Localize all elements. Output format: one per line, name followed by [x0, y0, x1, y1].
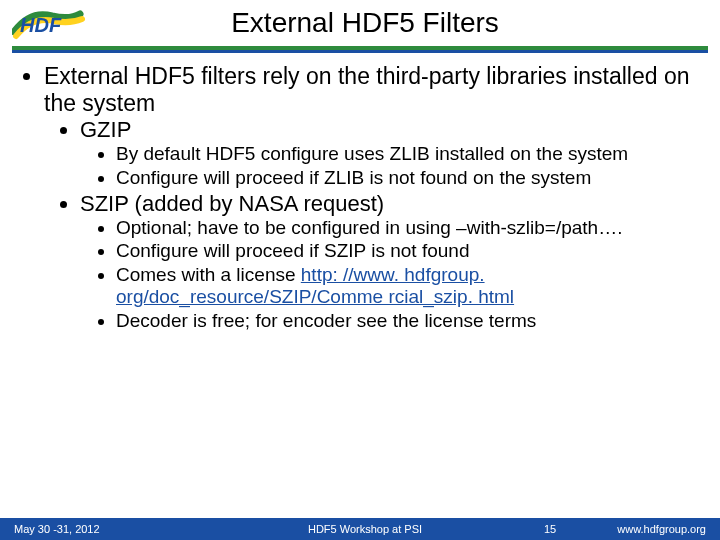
separator — [12, 46, 708, 53]
hdf-logo: HDF — [12, 6, 86, 40]
list-item: GZIP By default HDF5 configure uses ZLIB… — [80, 117, 700, 189]
list-item: Comes with a license http: //www. hdfgro… — [116, 264, 700, 309]
slide-title: External HDF5 Filters — [96, 7, 708, 39]
bullet-text: Comes with a license — [116, 264, 301, 285]
footer-date: May 30 -31, 2012 — [0, 523, 200, 535]
list-item: External HDF5 filters rely on the third-… — [44, 63, 700, 332]
list-item: By default HDF5 configure uses ZLIB inst… — [116, 143, 700, 165]
bullet-text: By default HDF5 configure uses ZLIB inst… — [116, 143, 628, 164]
bullet-text: Decoder is free; for encoder see the lic… — [116, 310, 536, 331]
list-item: Decoder is free; for encoder see the lic… — [116, 310, 700, 332]
bullet-text: Configure will proceed if SZIP is not fo… — [116, 240, 469, 261]
footer: May 30 -31, 2012 HDF5 Workshop at PSI 15… — [0, 518, 720, 540]
list-item: Configure will proceed if ZLIB is not fo… — [116, 167, 700, 189]
slide: HDF External HDF5 Filters External HDF5 … — [0, 0, 720, 540]
bullet-text: External HDF5 filters rely on the third-… — [44, 63, 690, 116]
footer-title: HDF5 Workshop at PSI — [200, 523, 530, 535]
list-item: Configure will proceed if SZIP is not fo… — [116, 240, 700, 262]
list-item: SZIP (added by NASA request) Optional; h… — [80, 191, 700, 332]
bullet-text: GZIP — [80, 117, 131, 142]
footer-page: 15 — [530, 523, 570, 535]
bullet-text: Configure will proceed if ZLIB is not fo… — [116, 167, 591, 188]
header: HDF External HDF5 Filters — [0, 0, 720, 40]
bullet-text: Optional; have to be configured in using… — [116, 217, 622, 238]
list-item: Optional; have to be configured in using… — [116, 217, 700, 239]
content-body: External HDF5 filters rely on the third-… — [0, 53, 720, 332]
footer-url: www.hdfgroup.org — [570, 523, 720, 535]
bullet-text: SZIP (added by NASA request) — [80, 191, 384, 216]
svg-text:HDF: HDF — [20, 14, 62, 36]
